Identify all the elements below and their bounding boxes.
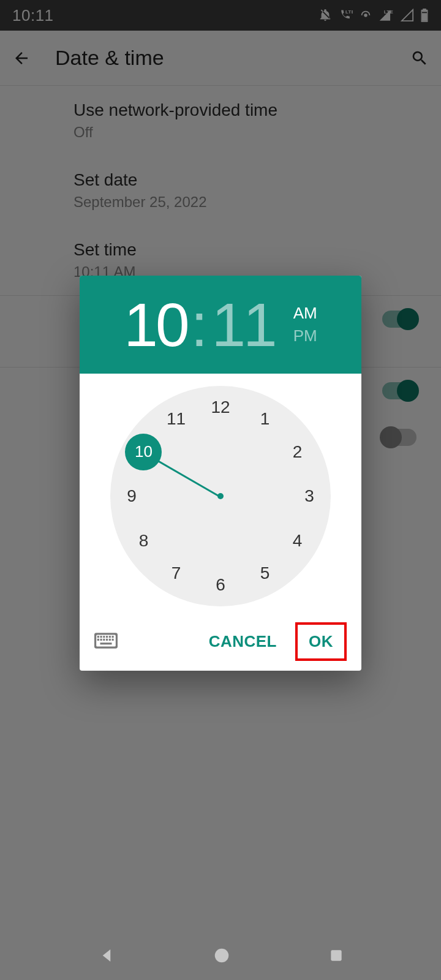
pm-option[interactable]: PM — [293, 326, 317, 345]
cancel-button[interactable]: CANCEL — [198, 625, 288, 658]
svg-rect-9 — [103, 636, 105, 638]
ampm-toggle: AM PM — [293, 304, 317, 345]
clock-hour-11[interactable]: 11 — [167, 409, 186, 429]
svg-rect-16 — [106, 638, 108, 640]
clock-face[interactable]: 121234567891011 — [110, 386, 331, 606]
clock-hour-12[interactable]: 12 — [211, 398, 230, 417]
svg-rect-18 — [112, 638, 114, 640]
time-colon: : — [191, 294, 208, 355]
clock-hour-9[interactable]: 9 — [127, 486, 137, 506]
clock-hour-3[interactable]: 3 — [304, 486, 314, 506]
svg-point-20 — [215, 949, 229, 963]
svg-rect-11 — [109, 636, 111, 638]
dialog-actions: CANCEL OK — [80, 612, 361, 671]
svg-rect-17 — [109, 638, 111, 640]
svg-rect-7 — [97, 636, 99, 638]
clock-hand — [151, 456, 221, 498]
nav-back-icon[interactable] — [97, 946, 116, 965]
clock-hour-1[interactable]: 1 — [260, 409, 270, 429]
svg-rect-15 — [103, 638, 105, 640]
clock-center — [217, 493, 224, 499]
clock-hour-4[interactable]: 4 — [293, 531, 303, 551]
hour-display[interactable]: 10 — [124, 294, 187, 355]
svg-rect-21 — [331, 950, 341, 960]
svg-rect-19 — [100, 643, 112, 644]
svg-rect-8 — [100, 636, 102, 638]
clock-hour-2[interactable]: 2 — [293, 442, 303, 462]
clock-hour-6[interactable]: 6 — [216, 575, 225, 595]
nav-recent-icon[interactable] — [328, 948, 344, 963]
svg-rect-12 — [112, 636, 114, 638]
am-option[interactable]: AM — [293, 304, 317, 323]
time-picker-dialog: 10 : 11 AM PM 121234567891011 CANCEL OK — [80, 276, 361, 671]
clock-hour-5[interactable]: 5 — [260, 564, 270, 583]
system-navbar — [0, 931, 441, 980]
svg-rect-10 — [106, 636, 108, 638]
clock-hour-selected[interactable]: 10 — [125, 434, 162, 470]
clock-face-container: 121234567891011 — [80, 374, 361, 612]
minute-display[interactable]: 11 — [211, 294, 274, 355]
nav-home-icon[interactable] — [213, 946, 231, 965]
ok-button[interactable]: OK — [295, 622, 347, 661]
clock-hour-8[interactable]: 8 — [139, 531, 149, 551]
keyboard-input-icon[interactable] — [94, 632, 118, 652]
time-picker-header: 10 : 11 AM PM — [80, 276, 361, 374]
svg-rect-14 — [100, 638, 102, 640]
svg-rect-13 — [97, 638, 99, 640]
clock-hour-7[interactable]: 7 — [172, 564, 181, 583]
modal-scrim[interactable]: 10 : 11 AM PM 121234567891011 CANCEL OK — [0, 0, 441, 980]
